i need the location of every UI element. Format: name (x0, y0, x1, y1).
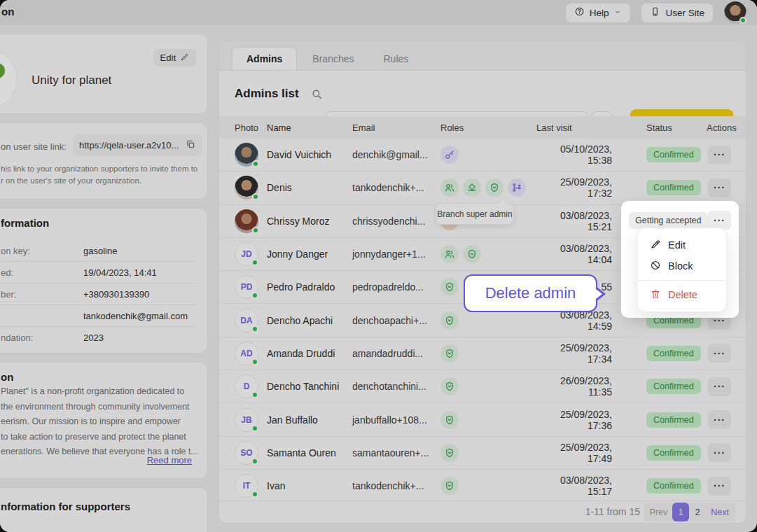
menu-item-block[interactable]: Block (637, 255, 726, 276)
admin-email: denchoapachi+... (352, 315, 440, 326)
users-role-icon (440, 245, 459, 263)
online-status-dot (251, 292, 258, 299)
table-row: David Vuichichdenchik@gmail...05/10/2023… (219, 139, 746, 172)
status-cell: Confirmed (646, 478, 707, 493)
list-title: Admins list (235, 87, 299, 101)
roles-cell (440, 146, 536, 164)
admin-name: Pedro Padraldo (267, 281, 352, 293)
row-actions-button[interactable]: ··· (708, 146, 731, 164)
row-actions-button[interactable]: ··· (708, 178, 731, 197)
online-status-dot (252, 193, 259, 200)
row-actions-button[interactable]: ··· (708, 344, 731, 363)
topbar-title: on (1, 6, 14, 18)
user-avatar[interactable] (724, 1, 746, 24)
copy-icon[interactable] (186, 139, 195, 151)
tab-admins[interactable]: Admins (232, 47, 297, 70)
status-badge: Confirmed (646, 180, 701, 195)
topbar: on Help User Site (0, 0, 757, 25)
roles-cell (440, 178, 536, 197)
admin-email: tankodenchik+... (352, 480, 440, 491)
admin-email: chrissyodenchi... (352, 216, 440, 227)
shield-role-icon (440, 377, 459, 396)
online-status-dot (252, 160, 259, 167)
phone-icon (650, 6, 660, 19)
row-actions-button[interactable]: ··· (708, 410, 731, 429)
status-badge: Confirmed (646, 412, 701, 428)
pagination-next[interactable]: Next (706, 503, 734, 522)
status-cell: Confirmed (646, 180, 707, 195)
avatar: SO (235, 441, 258, 465)
column-header-photo: Photo (235, 122, 267, 133)
status-badge: Confirmed (646, 147, 701, 162)
admin-email: denchik@gmail... (352, 149, 440, 160)
status-cell: Confirmed (646, 445, 707, 461)
site-link-value[interactable]: https://qela-user.a2v10... (73, 134, 202, 156)
help-button[interactable]: Help (566, 4, 631, 22)
org-name: Unity for planet (32, 74, 111, 88)
pencil-icon (650, 239, 661, 252)
row-actions-button[interactable]: ··· (708, 443, 731, 462)
tab-rules[interactable]: Rules (370, 48, 423, 70)
status-badge: Confirmed (646, 379, 701, 394)
status-badge: Confirmed (646, 346, 701, 361)
user-site-button[interactable]: User Site (641, 4, 713, 22)
column-header-roles: Roles (440, 122, 536, 133)
avatar: IT (235, 474, 258, 498)
admin-name: Denis (267, 182, 352, 193)
last-visit: 03/08/2023, 15:17 (536, 475, 646, 497)
last-visit: 25/09/2023, 17:32 (536, 176, 646, 199)
delete-admin-callout-label: Delete admin (485, 284, 576, 302)
tab-branches[interactable]: Branches (298, 48, 368, 70)
menu-item-delete[interactable]: Delete (637, 284, 726, 305)
block-icon (650, 260, 661, 273)
shield-role-icon (440, 312, 459, 330)
online-status-dot (251, 391, 258, 398)
table-row: SOSamanta Ourensamantaouren+...25/09/202… (219, 437, 746, 470)
admin-email: janbuffallo+108... (352, 414, 440, 426)
table-row: Denistankodenchik+...25/09/2023, 17:32Co… (219, 172, 746, 204)
online-status-dot (739, 17, 746, 24)
pagination-page-2[interactable]: 2 (689, 503, 706, 522)
spotlight-panel: Getting accepted ··· EditBlockDelete (621, 201, 739, 318)
avatar (235, 209, 258, 233)
actions-cell: ··· (707, 477, 746, 496)
pagination-page-1[interactable]: 1 (672, 503, 689, 522)
org-edit-button[interactable]: Edit (153, 49, 196, 66)
users-role-icon (440, 178, 459, 197)
role-tooltip: Branch super admin (436, 203, 514, 225)
pagination: Prev12Next (644, 503, 735, 522)
pencil-icon (180, 52, 189, 64)
roles-cell (440, 444, 536, 462)
last-visit: 25/09/2023, 17:49 (536, 442, 646, 464)
roles-cell (440, 312, 536, 330)
status-cell: Confirmed (646, 147, 707, 162)
chevron-down-icon (613, 8, 622, 18)
tabs: AdminsBranchesRules (219, 41, 746, 71)
row-actions-button[interactable]: ··· (708, 211, 731, 230)
read-more-link[interactable]: Reed more (147, 455, 192, 465)
admin-name: Chrissy Moroz (267, 216, 352, 227)
table-header: PhotoNameEmailRolesLast visitStatusActio… (219, 116, 746, 139)
supporters-card: nformation for supporters (0, 487, 208, 532)
column-header-actions: Actions (707, 122, 746, 133)
site-link-label: on user site link: (1, 141, 67, 152)
info-row: ber:+380930139390 (1, 284, 196, 305)
pagination-prev[interactable]: Prev (645, 503, 673, 522)
avatar (235, 143, 258, 167)
menu-item-edit[interactable]: Edit (637, 234, 726, 255)
actions-cell: ··· (707, 410, 746, 429)
branch-role-icon (508, 178, 526, 197)
admin-name: Jonny Danger (267, 248, 352, 260)
online-status-dot (251, 491, 258, 498)
admin-email: tankodenchik+... (352, 182, 440, 193)
shield-role-icon (463, 245, 481, 263)
avatar: JB (235, 408, 258, 432)
actions-cell: ··· (707, 178, 746, 197)
search-icon[interactable] (311, 88, 323, 100)
row-actions-button[interactable]: ··· (708, 377, 731, 396)
trash-icon (650, 288, 661, 302)
table-row: JBJan Buffallojanbuffallo+108...25/09/20… (219, 403, 746, 436)
row-actions-button[interactable]: ··· (708, 477, 731, 496)
actions-cell: ··· (707, 443, 746, 462)
actions-cell: ··· (707, 377, 746, 396)
